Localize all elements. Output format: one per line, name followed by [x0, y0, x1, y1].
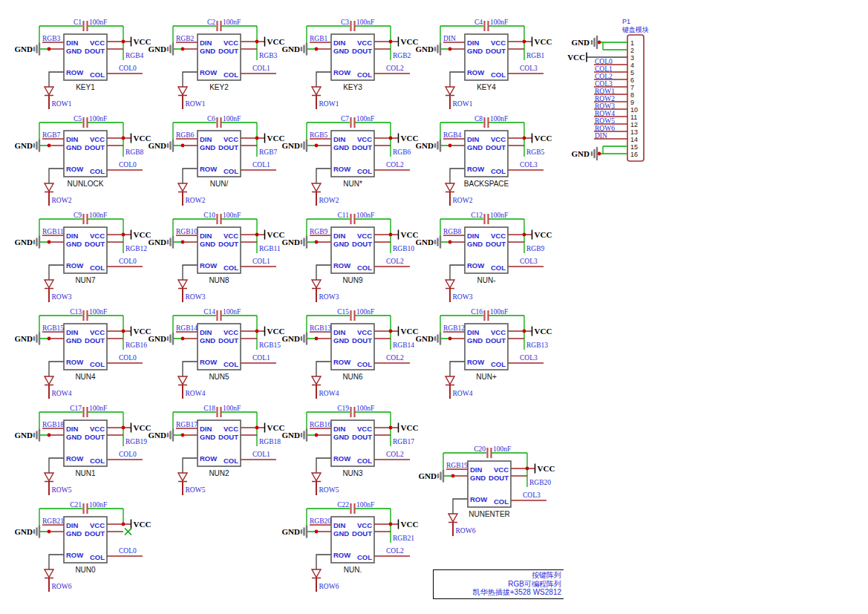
unit-NUN/[interactable]: GND VCC C6 100nF RGB6 RGB7 COL1 ROW2 DIN… — [149, 111, 286, 209]
unit-schematic: GND VCC C6 100nF RGB6 RGB7 COL1 ROW2 DIN… — [149, 111, 286, 209]
unit-title: NUN+ — [476, 373, 497, 381]
unit-BACKSPACE[interactable]: GND VCC C8 100nF RGB4 RGB5 COL3 ROW2 DIN… — [416, 111, 553, 209]
pin-name-row: ROW — [333, 68, 350, 76]
dout-net-label: RGB5 — [526, 148, 545, 156]
capacitor-value: 100nF — [490, 115, 508, 123]
unit-NUN.[interactable]: GND VCC C22 100nF RGB20 RGB21 COL2 ROW6 … — [282, 497, 420, 595]
din-net-label: RGB15 — [42, 324, 64, 332]
connector-pin-number: 2 — [630, 47, 634, 54]
junction-dot — [448, 241, 452, 244]
capacitor-ref: C21 — [70, 501, 82, 509]
unit-NUN3[interactable]: GND VCC C19 100nF RGB16 RGB17 COL2 ROW5 … — [282, 401, 420, 499]
unit-NUN9[interactable]: GND VCC C11 100nF RGB9 RGB10 COL2 ROW3 D… — [282, 208, 420, 306]
connector-ref: P1 — [622, 18, 630, 25]
unit-NUN2[interactable]: GND VCC C18 100nF RGB17 RGB18 COL1 ROW5 … — [149, 401, 286, 499]
pin-name-dout: DOUT — [85, 336, 105, 344]
pin-name-vcc: VCC — [357, 39, 372, 47]
junction-dot — [255, 330, 259, 333]
row-wire — [49, 72, 64, 87]
pin-name-gnd: GND — [200, 336, 215, 344]
dout-net-label: RGB1 — [526, 52, 545, 59]
pin-name-col: COL — [491, 167, 506, 175]
junction-dot — [122, 330, 125, 333]
unit-schematic: GND VCC C5 100nF RGB7 RGB8 COL0 ROW2 DIN… — [15, 111, 152, 209]
unit-NUN*[interactable]: GND VCC C7 100nF RGB5 RGB6 COL2 ROW2 DIN… — [282, 111, 420, 209]
row-wire — [316, 169, 331, 183]
unit-NUN6[interactable]: GND VCC C15 100nF RGB13 RGB14 COL2 ROW4 … — [282, 304, 420, 402]
capacitor-icon — [84, 214, 88, 224]
capacitor-ref: C16 — [471, 308, 483, 316]
capacitor-value: 100nF — [356, 308, 374, 316]
unit-KEY3[interactable]: GND VCC C3 100nF RGB1 RGB2 COL2 ROW1 DIN… — [282, 15, 420, 113]
connector-name: 键盘模块 — [621, 26, 649, 33]
din-net-label: RGB1 — [310, 35, 328, 42]
junction-dot — [315, 337, 319, 341]
vcc-label: VCC — [537, 464, 555, 473]
junction-dot — [315, 434, 319, 437]
pin-name-dout: DOUT — [218, 240, 238, 248]
pin-name-col: COL — [491, 71, 506, 79]
capacitor-ref: C12 — [471, 212, 483, 219]
unit-NUN0[interactable]: GND VCC C21 100nF RGB21 COL0 ROW6 DIN GN… — [15, 497, 152, 595]
unit-NUN1[interactable]: GND VCC C17 100nF RGB18 RGB19 COL0 ROW5 … — [15, 401, 152, 499]
row-wire — [316, 72, 331, 87]
pin-net-label: ROW6 — [595, 125, 615, 132]
pin-name-din: DIN — [467, 39, 480, 47]
pin-name-vcc: VCC — [90, 425, 105, 433]
dout-net-label: RGB21 — [393, 535, 414, 542]
unit-KEY2[interactable]: GND VCC C2 100nF RGB2 RGB3 COL1 ROW1 DIN… — [149, 15, 286, 113]
row-net-label: ROW2 — [186, 197, 206, 204]
junction-dot — [181, 241, 185, 244]
unit-NUN7[interactable]: GND VCC C9 100nF RGB11 RGB12 COL0 ROW3 D… — [15, 208, 152, 306]
pin-name-din: DIN — [333, 232, 346, 240]
unit-schematic: GND VCC C14 100nF RGB14 RGB15 COL1 ROW4 … — [149, 304, 286, 402]
pin-net-label: COL2 — [595, 73, 613, 80]
din-net-label: RGB14 — [176, 324, 198, 332]
pin-name-row: ROW — [333, 165, 350, 173]
pin-name-din: DIN — [467, 135, 480, 143]
unit-KEY1[interactable]: GND VCC C1 100nF RGB3 RGB4 COL0 ROW1 DIN… — [15, 15, 152, 113]
gnd-symbol-icon — [435, 140, 440, 151]
connector-pin-number: 8 — [630, 91, 634, 99]
din-net-label: RGB17 — [176, 421, 198, 428]
connector-p1[interactable]: P1键盘模块GND12VCC3COL04COL15COL26COL37ROW18… — [564, 15, 653, 172]
unit-title: NUN* — [343, 180, 362, 188]
gnd-wire — [603, 42, 627, 50]
junction-dot — [122, 523, 125, 526]
unit-NUNENTER[interactable]: GND VCC C20 100nF RGB19 RGB20 COL3 ROW6 … — [419, 442, 556, 540]
capacitor-icon — [84, 407, 88, 417]
pin-name-col: COL — [90, 264, 105, 272]
capacitor-icon — [218, 214, 221, 224]
capacitor-value: 100nF — [89, 19, 107, 26]
unit-NUN-[interactable]: GND VCC C12 100nF RGB8 RGB9 COL3 ROW3 DI… — [416, 208, 553, 306]
unit-NUNLOCK[interactable]: GND VCC C5 100nF RGB7 RGB8 COL0 ROW2 DIN… — [15, 111, 152, 209]
pin-name-gnd: GND — [66, 143, 82, 151]
gnd-label: GND — [15, 334, 33, 343]
row-net-label: ROW5 — [52, 486, 72, 494]
capacitor-value: 100nF — [223, 19, 241, 26]
vcc-label: VCC — [134, 520, 151, 529]
capacitor-value: 100nF — [490, 19, 508, 26]
din-net-label: RGB21 — [42, 517, 64, 525]
pin-name-dout: DOUT — [85, 143, 105, 151]
pin-name-din: DIN — [66, 328, 79, 336]
capacitor-value: 100nF — [223, 308, 241, 316]
dout-net-label: RGB18 — [259, 438, 281, 445]
capacitor-icon — [218, 21, 221, 31]
unit-schematic: GND VCC C9 100nF RGB11 RGB12 COL0 ROW3 D… — [15, 208, 152, 306]
unit-title: NUN0 — [75, 566, 96, 574]
row-net-label: ROW2 — [453, 197, 473, 204]
unit-KEY4[interactable]: GND VCC C4 100nF DIN RGB1 COL3 ROW1 DIN … — [416, 15, 553, 113]
junction-dot — [389, 137, 393, 140]
connector-pin-number: 5 — [630, 69, 634, 76]
unit-NUN5[interactable]: GND VCC C14 100nF RGB14 RGB15 COL1 ROW4 … — [149, 304, 286, 402]
gnd-label: GND — [416, 334, 434, 343]
vcc-label: VCC — [567, 53, 585, 62]
unit-NUN+[interactable]: GND VCC C16 100nF RGB12 RGB13 COL3 ROW4 … — [416, 304, 553, 402]
pin-name-col: COL — [90, 360, 105, 368]
gnd-symbol-icon — [168, 430, 173, 441]
unit-NUN4[interactable]: GND VCC C13 100nF RGB15 RGB16 COL0 ROW4 … — [15, 304, 152, 402]
col-net-label: COL0 — [119, 161, 137, 169]
pin-name-col: COL — [223, 360, 238, 368]
unit-NUN8[interactable]: GND VCC C10 100nF RGB10 RGB11 COL1 ROW3 … — [149, 208, 286, 306]
